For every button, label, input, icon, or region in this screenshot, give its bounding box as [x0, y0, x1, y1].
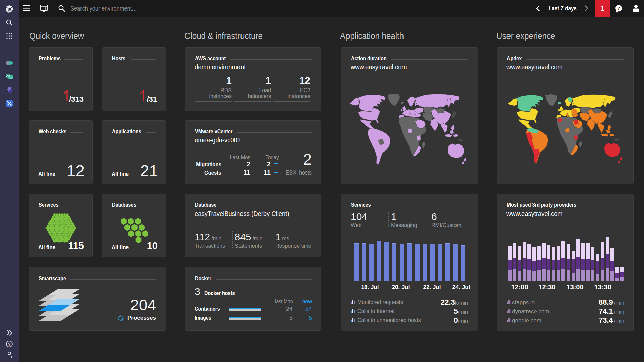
svg-text:?: ?	[8, 342, 10, 347]
svg-text:?: ?	[618, 6, 620, 11]
